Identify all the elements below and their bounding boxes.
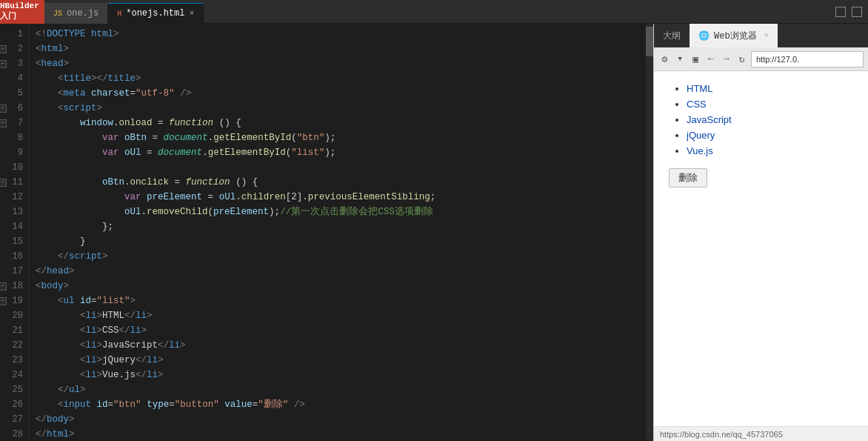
code-line-24: <li>Vue.js</li> [36, 368, 646, 382]
code-line-15: } [36, 234, 646, 249]
globe-icon: 🌐 [698, 30, 710, 42]
fold-icon-11[interactable]: − [0, 179, 7, 187]
editor-scrollbar[interactable] [646, 24, 653, 441]
code-line-1: <!DOCTYPE html> [36, 27, 646, 42]
line-number-18: −18 [0, 279, 29, 294]
line-number-11: −11 [0, 175, 29, 190]
code-line-9: var oUl = document.getElementById("list"… [36, 145, 646, 160]
browser-status-bar: https://blog.csdn.ne/qq_45737065 [654, 426, 868, 441]
line-number-10: 10 [0, 160, 29, 175]
line-number-6: −6 [0, 101, 29, 116]
line-number-22: 22 [0, 338, 29, 353]
maximize-button[interactable] [852, 7, 862, 17]
code-line-4: <title></title> [36, 71, 646, 86]
browser-list-item: jQuery [687, 130, 853, 141]
settings-dropdown-button[interactable]: ▼ [674, 51, 687, 67]
line-number-9: 9 [0, 145, 29, 160]
code-line-22: <li>JavaScript</li> [36, 338, 646, 353]
refresh-button[interactable]: ↻ [735, 51, 748, 67]
browser-list-link[interactable]: HTML [687, 83, 712, 94]
app-logo: HBuilder入门 [0, 0, 44, 24]
browser-close-icon[interactable]: × [764, 31, 769, 40]
code-line-20: <li>HTML</li> [36, 308, 646, 323]
fold-icon-3[interactable]: − [0, 60, 7, 68]
scrollbar-thumb[interactable] [646, 27, 653, 56]
settings-button[interactable]: ⚙ [658, 51, 671, 67]
browser-list-item: JavaScript [687, 114, 853, 125]
code-area[interactable]: <!DOCTYPE html><html><head> <title></tit… [30, 24, 646, 441]
browser-list-link[interactable]: JavaScript [687, 114, 732, 125]
right-panel: 大纲 🌐 Web浏览器 × ⚙ ▼ ▣ ← → ↻ HTMLCSSJavaScr… [653, 24, 868, 441]
browser-list-item: Vue.js [687, 145, 853, 156]
fold-icon-2[interactable]: − [0, 45, 7, 53]
tab-close-button[interactable]: × [189, 9, 194, 18]
window-controls [835, 7, 868, 17]
tab-one-js[interactable]: JS one.js [44, 3, 108, 24]
line-number-5: 5 [0, 86, 29, 101]
line-numbers: 1−2−345−6−78910−11121314151617−18−192021… [0, 24, 30, 441]
code-line-8: var oBtn = document.getElementById("btn"… [36, 130, 646, 145]
browser-list-link[interactable]: Vue.js [687, 145, 713, 156]
code-line-26: <input id="btn" type="button" value="删除"… [36, 397, 646, 412]
line-number-1: 1 [0, 27, 29, 42]
minimize-button[interactable] [835, 7, 846, 17]
code-line-18: <body> [36, 279, 646, 294]
fold-icon-18[interactable]: − [0, 282, 7, 291]
line-number-24: 24 [0, 368, 29, 382]
browser-list-item: CSS [687, 99, 853, 110]
line-number-3: −3 [0, 56, 29, 71]
code-line-12: var preElement = oUl.children[2].previou… [36, 190, 646, 205]
line-number-15: 15 [0, 234, 29, 249]
code-line-19: <ul id="list"> [36, 294, 646, 308]
line-number-28: 28 [0, 427, 29, 441]
line-number-4: 4 [0, 71, 29, 86]
fold-icon-6[interactable]: − [0, 105, 7, 113]
code-line-16: </script> [36, 249, 646, 264]
screenshot-button[interactable]: ▣ [690, 51, 702, 67]
delete-button[interactable]: 删除 [669, 168, 707, 188]
browser-content: HTMLCSSJavaScriptjQueryVue.js 删除 [654, 71, 868, 426]
code-line-28: </html> [36, 427, 646, 441]
code-line-25: </ul> [36, 382, 646, 397]
line-number-23: 23 [0, 353, 29, 368]
line-number-20: 20 [0, 308, 29, 323]
code-line-27: </body> [36, 412, 646, 427]
outline-tab[interactable]: 大纲 [654, 24, 690, 47]
title-bar: HBuilder入门 JS one.js H *onejs.html × [0, 0, 868, 24]
back-button[interactable]: ← [704, 51, 717, 67]
browser-list: HTMLCSSJavaScriptjQueryVue.js [669, 83, 853, 156]
tab-bar: JS one.js H *onejs.html × [44, 0, 835, 24]
code-line-5: <meta charset="utf-8" /> [36, 86, 646, 101]
forward-button[interactable]: → [720, 51, 732, 67]
line-number-25: 25 [0, 382, 29, 397]
html-file-icon: H [117, 10, 121, 18]
line-number-21: 21 [0, 323, 29, 338]
tab-onejs-html[interactable]: H *onejs.html × [108, 3, 204, 24]
browser-list-link[interactable]: CSS [687, 99, 707, 110]
line-number-26: 26 [0, 397, 29, 412]
fold-icon-7[interactable]: − [0, 119, 7, 127]
main-content: 1−2−345−6−78910−11121314151617−18−192021… [0, 24, 868, 441]
js-file-icon: JS [53, 10, 62, 18]
line-number-16: 16 [0, 249, 29, 264]
code-line-14: }; [36, 219, 646, 234]
code-line-13: oUl.removeChild(preElement);//第一次点击删除会把C… [36, 205, 646, 219]
browser-list-link[interactable]: jQuery [687, 130, 715, 141]
url-bar[interactable] [751, 51, 864, 67]
code-line-6: <script> [36, 101, 646, 116]
code-line-23: <li>jQuery</li> [36, 353, 646, 368]
code-line-17: </head> [36, 264, 646, 279]
line-number-12: 12 [0, 190, 29, 205]
code-line-11: oBtn.onclick = function () { [36, 175, 646, 190]
line-number-19: −19 [0, 294, 29, 308]
line-number-17: 17 [0, 264, 29, 279]
line-number-14: 14 [0, 219, 29, 234]
fold-icon-19[interactable]: − [0, 297, 7, 305]
code-line-7: window.onload = function () { [36, 116, 646, 130]
line-number-2: −2 [0, 42, 29, 56]
line-number-7: −7 [0, 116, 29, 130]
browser-tab[interactable]: 🌐 Web浏览器 × [690, 24, 778, 47]
browser-list-item: HTML [687, 83, 853, 94]
editor-panel: 1−2−345−6−78910−11121314151617−18−192021… [0, 24, 653, 441]
code-line-21: <li>CSS</li> [36, 323, 646, 338]
